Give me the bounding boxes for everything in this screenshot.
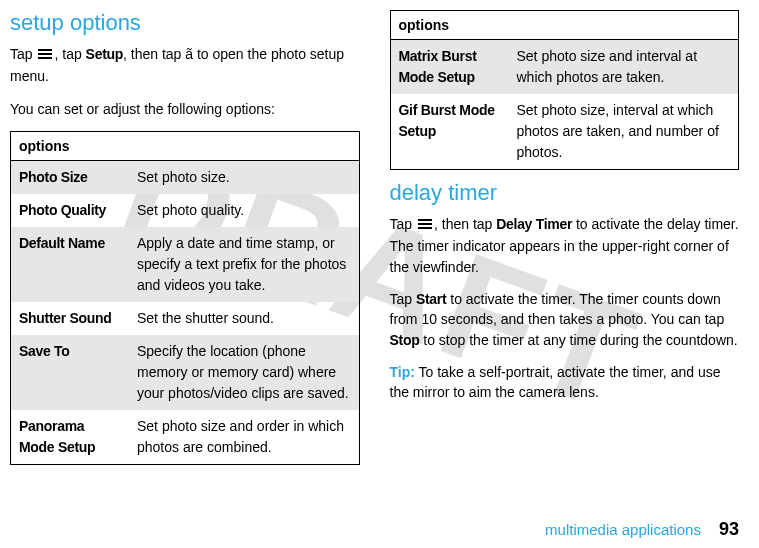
svg-rect-4 — [418, 223, 432, 225]
row-label: Gif Burst Mode Setup — [390, 94, 508, 170]
tip-text: To take a self-portrait, activate the ti… — [390, 364, 721, 400]
delay-timer-label: Delay Timer — [496, 216, 572, 232]
options-header: options — [390, 11, 739, 40]
svg-rect-1 — [38, 53, 52, 55]
table-row: Save To Specify the location (phone memo… — [11, 335, 360, 410]
intro-pre: Tap — [10, 46, 36, 62]
delay-p1: Tap , then tap Delay Timer to activate t… — [390, 214, 740, 277]
svg-rect-2 — [38, 57, 52, 59]
row-desc: Set photo size, interval at which photos… — [508, 94, 738, 170]
delay-timer-heading: delay timer — [390, 180, 740, 206]
p2-post: to stop the timer at any time during the… — [419, 332, 737, 348]
table-row: Photo Quality Set photo quality. — [11, 194, 360, 227]
row-desc: Set photo size and order in which photos… — [129, 410, 359, 465]
table-row: Matrix Burst Mode Setup Set photo size a… — [390, 40, 739, 95]
delay-p2: Tap Start to activate the timer. The tim… — [390, 289, 740, 350]
options-table-left: options Photo Size Set photo size. Photo… — [10, 131, 360, 465]
setup-label: Setup — [86, 46, 123, 62]
intro-mid: , tap — [54, 46, 85, 62]
p1-pre: Tap — [390, 216, 416, 232]
tip-paragraph: Tip: To take a self-portrait, activate t… — [390, 362, 740, 403]
table-row: Photo Size Set photo size. — [11, 161, 360, 195]
page-number: 93 — [719, 519, 739, 540]
left-column: setup options Tap , tap Setup, then tap … — [10, 10, 360, 475]
right-column: options Matrix Burst Mode Setup Set phot… — [390, 10, 740, 475]
p1-mid: , then tap — [434, 216, 496, 232]
row-desc: Set photo quality. — [129, 194, 359, 227]
svg-rect-5 — [418, 227, 432, 229]
row-label: Photo Size — [11, 161, 129, 195]
row-desc: Apply a date and time stamp, or specify … — [129, 227, 359, 302]
svg-rect-0 — [38, 49, 52, 51]
setup-options-heading: setup options — [10, 10, 360, 36]
row-label: Default Name — [11, 227, 129, 302]
row-desc: Set photo size and interval at which pho… — [508, 40, 738, 95]
p2-pre: Tap — [390, 291, 416, 307]
svg-rect-3 — [418, 219, 432, 221]
menu-icon — [38, 44, 52, 64]
row-label: Matrix Burst Mode Setup — [390, 40, 508, 95]
options-table-right: options Matrix Burst Mode Setup Set phot… — [390, 10, 740, 170]
table-row: Gif Burst Mode Setup Set photo size, int… — [390, 94, 739, 170]
intro-paragraph: Tap , tap Setup, then tap ã to open the … — [10, 44, 360, 87]
row-desc: Set the shutter sound. — [129, 302, 359, 335]
row-label: Shutter Sound — [11, 302, 129, 335]
menu-icon — [418, 214, 432, 234]
row-desc: Set photo size. — [129, 161, 359, 195]
page-footer: multimedia applications 93 — [545, 519, 739, 540]
table-row: Panorama Mode Setup Set photo size and o… — [11, 410, 360, 465]
row-label: Photo Quality — [11, 194, 129, 227]
tip-label: Tip: — [390, 364, 415, 380]
subtext: You can set or adjust the following opti… — [10, 99, 360, 119]
table-row: Default Name Apply a date and time stamp… — [11, 227, 360, 302]
row-label: Panorama Mode Setup — [11, 410, 129, 465]
row-label: Save To — [11, 335, 129, 410]
table-row: Shutter Sound Set the shutter sound. — [11, 302, 360, 335]
options-header: options — [11, 132, 360, 161]
row-desc: Specify the location (phone memory or me… — [129, 335, 359, 410]
stop-label: Stop — [390, 332, 420, 348]
start-label: Start — [416, 291, 446, 307]
footer-section: multimedia applications — [545, 521, 701, 538]
